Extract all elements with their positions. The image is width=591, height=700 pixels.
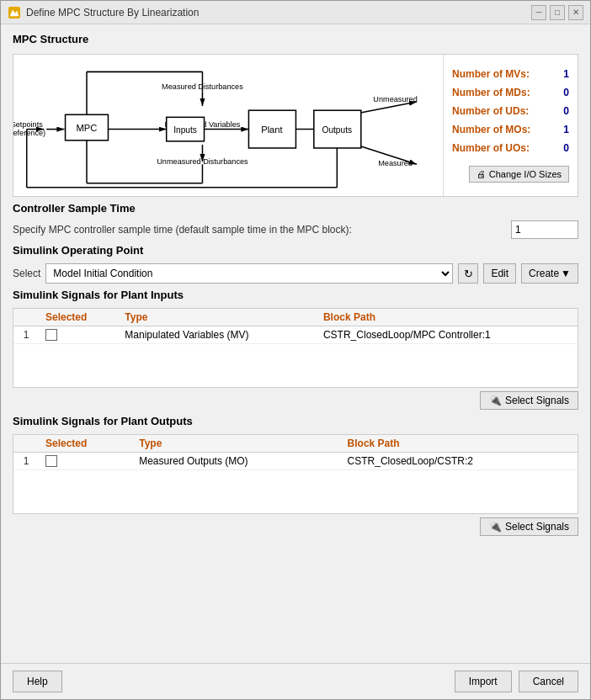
stat-mos: Number of MOs: 1 [452,124,569,135]
sample-time-section: Controller Sample Time Specify MPC contr… [13,202,578,239]
sample-time-input[interactable] [511,220,578,239]
stat-mos-label: Number of MOs: [452,124,530,135]
col-type-header-out: Type [132,435,340,453]
stat-mds-value: 0 [563,87,569,98]
sample-time-row: Specify MPC controller sample time (defa… [13,220,578,239]
row1-type: Manipulated Variables (MV) [118,326,317,344]
mpc-diagram-svg: MPC Setpoints (reference) Measured Distu… [13,55,443,196]
out-row1-path: CSTR_ClosedLoop/CSTR:2 [341,453,578,470]
col-type-header: Type [118,309,317,326]
svg-text:Measured: Measured [378,159,413,167]
stat-mvs-label: Number of MVs: [452,68,530,80]
cancel-button[interactable]: Cancel [519,671,578,692]
plant-inputs-select-signals-button[interactable]: 🔌 Select Signals [480,391,578,410]
plant-outputs-table-container: Selected Type Block Path 1 Measured Outp… [13,434,578,514]
refresh-button[interactable]: ↻ [458,263,478,284]
maximize-button[interactable]: □ [550,5,565,20]
signal-icon: 🔌 [489,395,502,406]
row1-check-cell [39,326,118,344]
row1-path: CSTR_ClosedLoop/MPC Controller:1 [317,326,578,344]
footer-left: Help [13,671,62,692]
stat-mds-label: Number of MDs: [452,87,530,98]
plant-inputs-section: Simulink Signals for Plant Inputs Select… [13,289,578,410]
matlab-icon [8,6,21,19]
mpc-structure-title: MPC Structure [13,33,578,45]
content-area: MPC Structure MPC Setpoints (reference) … [1,24,590,663]
sample-time-title: Controller Sample Time [13,202,578,215]
printer-icon: 🖨 [477,169,486,179]
plant-inputs-header-row: Selected Type Block Path [13,309,578,326]
footer: Help Import Cancel [1,663,590,699]
plant-output-row-1: 1 Measured Outputs (MO) CSTR_ClosedLoop/… [13,453,578,470]
svg-text:Inputs: Inputs [173,125,197,135]
plant-outputs-section: Simulink Signals for Plant Outputs Selec… [13,415,578,536]
col-num-header-out [13,435,39,453]
window-title: Define MPC Structure By Linearization [26,7,199,19]
svg-text:Outputs: Outputs [322,125,352,135]
edit-button[interactable]: Edit [483,263,516,284]
sample-time-label: Specify MPC controller sample time (defa… [13,224,352,236]
col-selected-header: Selected [39,309,118,326]
footer-right: Import Cancel [455,671,578,692]
stat-uos-value: 0 [563,142,569,154]
stat-mvs: Number of MVs: 1 [452,68,569,80]
svg-text:MPC: MPC [77,123,98,133]
diagram-area: MPC Setpoints (reference) Measured Distu… [13,54,578,197]
col-num-header [13,309,39,326]
plant-inputs-table-container: Selected Type Block Path 1 Manipulated V… [13,308,578,388]
svg-text:Setpoints: Setpoints [13,120,43,129]
stat-mos-value: 1 [563,124,569,135]
plant-outputs-header-row: Selected Type Block Path [13,435,578,453]
stat-uds: Number of UDs: 0 [452,105,569,117]
stat-mvs-value: 1 [563,68,569,80]
main-window: Define MPC Structure By Linearization ─ … [0,0,591,700]
help-button[interactable]: Help [13,671,62,692]
stats-panel: Number of MVs: 1 Number of MDs: 0 Number… [443,55,578,196]
op-point-row: Select Model Initial Condition ↻ Edit Cr… [13,263,578,284]
col-selected-header-out: Selected [39,435,132,453]
out-row1-check-cell [39,453,132,470]
stat-uds-value: 0 [563,105,569,117]
col-path-header-out: Block Path [341,435,578,453]
close-button[interactable]: ✕ [568,5,583,20]
op-point-dropdown[interactable]: Model Initial Condition [45,263,453,284]
titlebar: Define MPC Structure By Linearization ─ … [1,1,590,24]
titlebar-controls: ─ □ ✕ [531,5,583,20]
import-button[interactable]: Import [455,671,512,692]
plant-inputs-title: Simulink Signals for Plant Inputs [13,289,578,301]
plant-outputs-title: Simulink Signals for Plant Outputs [13,415,578,427]
stat-uos-label: Number of UOs: [452,142,530,154]
out-row1-checkbox[interactable] [45,455,57,467]
out-row1-type: Measured Outputs (MO) [132,453,340,470]
out-row1-num: 1 [13,453,39,470]
minimize-button[interactable]: ─ [531,5,546,20]
plant-outputs-select-signals-button[interactable]: 🔌 Select Signals [480,517,578,536]
create-button[interactable]: Create ▼ [521,263,578,284]
plant-inputs-table: Selected Type Block Path 1 Manipulated V… [13,309,578,344]
col-path-header: Block Path [317,309,578,326]
svg-text:Plant: Plant [261,125,283,135]
signal-icon-out: 🔌 [489,521,502,533]
plant-input-row-1: 1 Manipulated Variables (MV) CSTR_Closed… [13,326,578,344]
change-io-button[interactable]: 🖨 Change I/O Sizes [469,166,569,183]
svg-text:Unmeasured: Unmeasured [373,95,417,103]
stat-uos: Number of UOs: 0 [452,142,569,154]
plant-outputs-table: Selected Type Block Path 1 Measured Outp… [13,435,578,470]
dropdown-arrow-icon: ▼ [561,268,571,279]
row1-num: 1 [13,326,39,344]
diagram-canvas: MPC Setpoints (reference) Measured Distu… [13,55,443,196]
op-point-title: Simulink Operating Point [13,244,578,257]
stat-mds: Number of MDs: 0 [452,87,569,98]
row1-checkbox[interactable] [45,329,57,341]
op-select-label: Select [13,268,40,279]
op-point-section: Simulink Operating Point Select Model In… [13,244,578,284]
stat-uds-label: Number of UDs: [452,105,529,117]
titlebar-left: Define MPC Structure By Linearization [8,6,199,19]
